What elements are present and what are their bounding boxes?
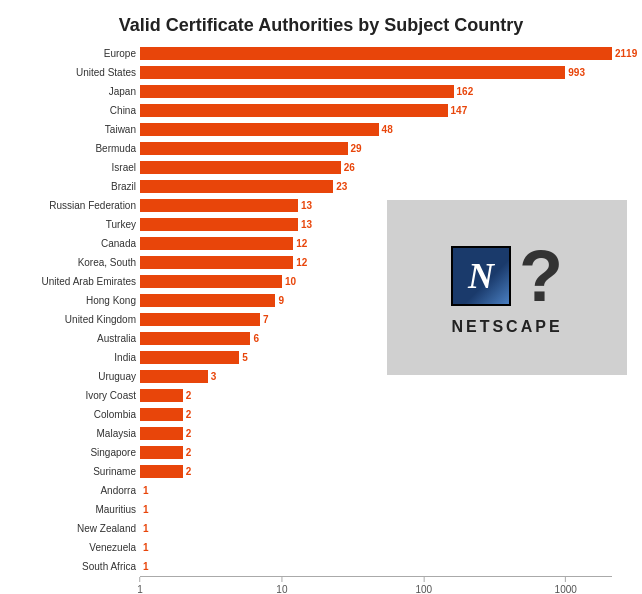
bar-value: 29 [351, 143, 362, 154]
bar-value: 12 [296, 257, 307, 268]
x-tick-label: 10 [276, 584, 287, 594]
bar [140, 351, 239, 364]
netscape-logo: N ? [451, 240, 563, 312]
bar-row: Mauritius1 [140, 500, 612, 518]
bar-label: United Arab Emirates [6, 276, 136, 287]
bar-label: Korea, South [6, 257, 136, 268]
bar [140, 313, 260, 326]
bar-row: Japan162 [140, 82, 612, 100]
bar-row: Singapore2 [140, 443, 612, 461]
bar-row: South Africa1 [140, 557, 612, 575]
bar [140, 85, 454, 98]
bar [140, 104, 448, 117]
bar-value: 9 [278, 295, 284, 306]
bar [140, 47, 612, 60]
netscape-wordmark: NETSCAPE [451, 318, 562, 336]
bar-label: Taiwan [6, 124, 136, 135]
bar-label: Suriname [6, 466, 136, 477]
bar-label: Russian Federation [6, 200, 136, 211]
bar-label: Ivory Coast [6, 390, 136, 401]
bar [140, 142, 348, 155]
x-tick-label: 1000 [555, 584, 577, 594]
x-tick: 10 [276, 577, 287, 594]
bar-label: South Africa [6, 561, 136, 572]
bar-value: 26 [344, 162, 355, 173]
bar-row: Israel26 [140, 158, 612, 176]
bar [140, 427, 183, 440]
bar-label: Turkey [6, 219, 136, 230]
bar-row: Malaysia2 [140, 424, 612, 442]
bar [140, 275, 282, 288]
x-tick-label: 100 [415, 584, 432, 594]
bar-value: 13 [301, 200, 312, 211]
bar [140, 446, 183, 459]
bar [140, 408, 183, 421]
netscape-n-letter: N [468, 255, 494, 297]
bar-value: 6 [253, 333, 259, 344]
bar-label: Canada [6, 238, 136, 249]
bar-row: Brazil23 [140, 177, 612, 195]
bar-value: 162 [457, 86, 474, 97]
bar-value: 993 [568, 67, 585, 78]
x-tick-line [423, 577, 424, 582]
bar-value: 3 [211, 371, 217, 382]
x-tick: 1 [137, 577, 143, 594]
x-tick-label: 1 [137, 584, 143, 594]
bar [140, 161, 341, 174]
bar-label: Andorra [6, 485, 136, 496]
bar-value: 1 [143, 523, 149, 534]
netscape-overlay: N ? NETSCAPE [387, 200, 627, 375]
bar [140, 218, 298, 231]
question-mark-icon: ? [519, 240, 563, 312]
bar [140, 389, 183, 402]
bar-value: 1 [143, 504, 149, 515]
x-tick-line [565, 577, 566, 582]
bar-label: Australia [6, 333, 136, 344]
bar-value: 2 [186, 466, 192, 477]
bar-value: 10 [285, 276, 296, 287]
bar-label: New Zealand [6, 523, 136, 534]
x-tick-line [281, 577, 282, 582]
bar-label: Israel [6, 162, 136, 173]
bar-value: 1 [143, 561, 149, 572]
bar-value: 48 [382, 124, 393, 135]
x-tick: 100 [415, 577, 432, 594]
bar-label: India [6, 352, 136, 363]
x-axis: 1101001000 [140, 576, 612, 594]
bar-row: New Zealand1 [140, 519, 612, 537]
bar-row: Colombia2 [140, 405, 612, 423]
bar [140, 332, 250, 345]
bar [140, 237, 293, 250]
bar [140, 465, 183, 478]
netscape-n-box: N [451, 246, 511, 306]
bar [140, 123, 379, 136]
bar-row: Venezuela1 [140, 538, 612, 556]
bar-row: Europe2119 [140, 44, 612, 62]
bar-label: Venezuela [6, 542, 136, 553]
bar-label: Singapore [6, 447, 136, 458]
bar-label: Malaysia [6, 428, 136, 439]
bar-value: 1 [143, 542, 149, 553]
bar-label: Japan [6, 86, 136, 97]
bar [140, 180, 333, 193]
bar-value: 1 [143, 485, 149, 496]
x-tick: 1000 [555, 577, 577, 594]
bar-value: 2 [186, 409, 192, 420]
bar-row: Taiwan48 [140, 120, 612, 138]
bar-label: Mauritius [6, 504, 136, 515]
bar-row: Bermuda29 [140, 139, 612, 157]
bar-row: Suriname2 [140, 462, 612, 480]
chart-title: Valid Certificate Authorities by Subject… [0, 0, 642, 44]
bar-value: 12 [296, 238, 307, 249]
bar-row: China147 [140, 101, 612, 119]
bar-label: United States [6, 67, 136, 78]
bar-label: Europe [6, 48, 136, 59]
bar-value: 2 [186, 447, 192, 458]
bar-label: Brazil [6, 181, 136, 192]
bar-label: Uruguay [6, 371, 136, 382]
bar-value: 7 [263, 314, 269, 325]
bar-value: 23 [336, 181, 347, 192]
bar-row: Ivory Coast2 [140, 386, 612, 404]
bar-value: 2 [186, 390, 192, 401]
x-tick-line [140, 577, 141, 582]
